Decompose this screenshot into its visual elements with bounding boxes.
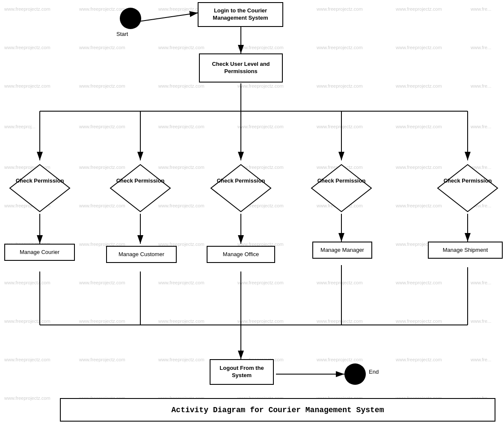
watermark: www.freeprojectz.com	[237, 83, 284, 89]
watermark: www.freeprojectz.com	[396, 203, 442, 208]
watermark: www.freeprojectz.com	[79, 6, 125, 12]
diamond-2-svg	[108, 162, 172, 214]
watermark: www.freeprojectz.com	[396, 83, 442, 89]
diamond-1-svg	[8, 162, 72, 214]
manage-courier-box: Manage Courier	[4, 244, 75, 261]
manage-customer-box: Manage Customer	[106, 246, 177, 263]
watermark: www.freeprojectz.com	[317, 280, 363, 285]
manage-manager-box: Manage Manager	[312, 242, 372, 259]
start-label: Start	[116, 31, 128, 37]
watermark: www.freeprojectz.com	[4, 83, 50, 89]
watermark: www.freeprojectz.com	[4, 319, 50, 324]
watermark: www.freeprojectz.com	[396, 357, 442, 362]
check-user-level-box: Check User Level and Permissions	[199, 53, 283, 83]
watermark: www.freeprojectz.com	[237, 124, 284, 129]
diamond-2-label: Check Permission	[108, 177, 172, 185]
svg-marker-28	[438, 165, 498, 212]
manage-courier-label: Manage Courier	[20, 249, 59, 256]
watermark: www.freeprojectz.com	[4, 280, 50, 285]
diamond-4-label: Check Permission	[309, 177, 374, 185]
svg-marker-27	[311, 165, 371, 212]
end-label: End	[369, 369, 379, 375]
logout-label: Logout From the System	[210, 365, 273, 379]
manage-office-box: Manage Office	[207, 246, 275, 263]
watermark: www.freeprojectz.com	[396, 165, 442, 170]
watermark: www.fre...	[471, 124, 491, 129]
watermark: www.freeprojectz.com	[237, 45, 284, 50]
watermark: www.freeprojectz.com	[158, 319, 205, 324]
check-user-level-label: Check User Level and Permissions	[200, 61, 282, 75]
manage-shipment-box: Manage Shipment	[428, 242, 503, 259]
watermark: www.freeprojectz.com	[4, 395, 50, 401]
diamond-5-label: Check Permission	[436, 177, 500, 185]
watermark: www.freeprojectz.com	[79, 319, 125, 324]
end-circle	[344, 363, 366, 385]
svg-marker-24	[10, 165, 70, 212]
manage-office-label: Manage Office	[223, 251, 259, 258]
watermark: www.freeprojectz.com	[237, 280, 284, 285]
diagram-title-text: Activity Diagram for Courier Management …	[172, 406, 384, 414]
diamond-1-container: Check Permission	[8, 162, 72, 214]
diamond-4-container: Check Permission	[309, 162, 374, 214]
svg-marker-25	[110, 165, 170, 212]
watermark: www.freeprojectz.com	[317, 6, 363, 12]
diamond-5-container: Check Permission	[436, 162, 500, 214]
watermark: www.freeprojectz.com	[317, 45, 363, 50]
diamond-4-svg	[309, 162, 374, 214]
manage-customer-label: Manage Customer	[119, 251, 164, 258]
watermark: www.freeprojectz.com	[396, 6, 442, 12]
watermark: www.freeprojectz.com	[79, 357, 125, 362]
watermark: www.freeprojectz.com	[4, 45, 50, 50]
manage-shipment-label: Manage Shipment	[443, 247, 488, 254]
diamond-3-svg	[209, 162, 273, 214]
watermark: www.freeprojectz.com	[317, 124, 363, 129]
diamond-5-svg	[436, 162, 500, 214]
watermark: www.freeprojectz.com	[396, 45, 442, 50]
watermark: www.freeprojectz.com	[396, 124, 442, 129]
watermark: www.freeprojectz.com	[317, 319, 363, 324]
watermark: www.freeprojectz.com	[317, 83, 363, 89]
login-box: Login to the Courier Management System	[198, 2, 283, 27]
diagram-title: Activity Diagram for Courier Management …	[60, 398, 495, 422]
diamond-3-label: Check Permission	[209, 177, 273, 185]
watermark: www.freeprojectz.com	[158, 124, 205, 129]
watermark: www.freeprojectz.com	[317, 357, 363, 362]
watermark: www.freeprojectz.com	[158, 45, 205, 50]
watermark: www.freeprojectz.com	[396, 319, 442, 324]
svg-marker-26	[211, 165, 271, 212]
diamond-3-container: Check Permission	[209, 162, 273, 214]
watermark: www.freeprojectz.com	[79, 124, 125, 129]
watermark: www.freeprojectz.com	[4, 6, 50, 12]
watermark: www.freeprojectz.com	[4, 357, 50, 362]
watermark: www.fre...	[471, 45, 491, 50]
diamond-1-label: Check Permission	[8, 177, 72, 185]
logout-box: Logout From the System	[210, 359, 274, 385]
login-label: Login to the Courier Management System	[199, 7, 282, 22]
watermark: www.freeprojectz.com	[158, 83, 205, 89]
watermark: www.fre...	[471, 280, 491, 285]
watermark: www.freeprojectz.com	[158, 280, 205, 285]
watermark: www.freeproj...	[4, 124, 36, 129]
watermark: www.freeprojectz.com	[237, 319, 284, 324]
watermark: www.freeprojectz.com	[158, 357, 205, 362]
manage-manager-label: Manage Manager	[320, 247, 364, 254]
watermark: www.freeprojectz.com	[79, 83, 125, 89]
diamond-2-container: Check Permission	[108, 162, 172, 214]
watermark: www.freeprojectz.com	[79, 280, 125, 285]
watermark: www.fre...	[471, 319, 491, 324]
watermark: www.fre...	[471, 83, 491, 89]
watermark: www.freeprojectz.com	[396, 280, 442, 285]
watermark: www.fre...	[471, 357, 491, 362]
watermark: www.freeprojectz.com	[79, 45, 125, 50]
start-circle	[120, 8, 141, 29]
watermark: www.fre...	[471, 6, 491, 12]
